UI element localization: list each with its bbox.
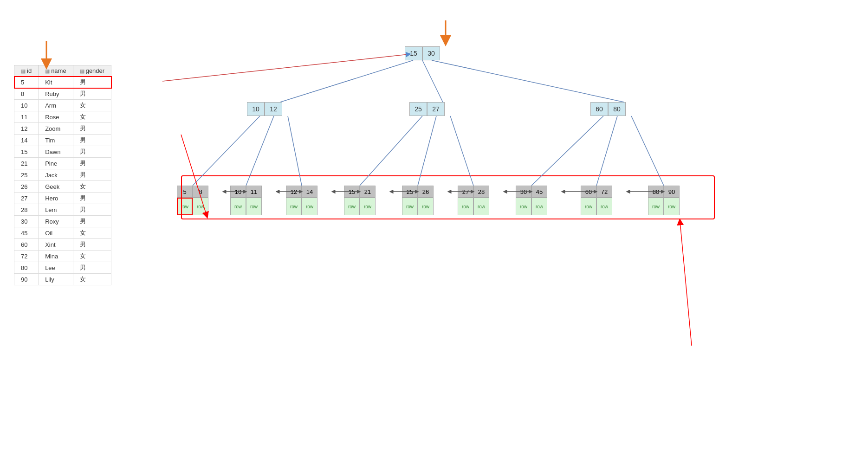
- leaf-bounding-box: [181, 175, 715, 219]
- node-cell: 30: [422, 46, 440, 60]
- node-cell: 27: [427, 102, 445, 116]
- btree-node: 1530: [405, 46, 440, 60]
- btree-node: 6080: [590, 102, 626, 116]
- node-cell: 25: [409, 102, 427, 116]
- btree-node: 2527: [409, 102, 445, 116]
- node-cell: 80: [608, 102, 626, 116]
- node-cell: 12: [265, 102, 282, 116]
- node-cell: 15: [405, 46, 422, 60]
- btree-node: 1012: [247, 102, 282, 116]
- node-cell: 60: [590, 102, 608, 116]
- node-cell: 10: [247, 102, 265, 116]
